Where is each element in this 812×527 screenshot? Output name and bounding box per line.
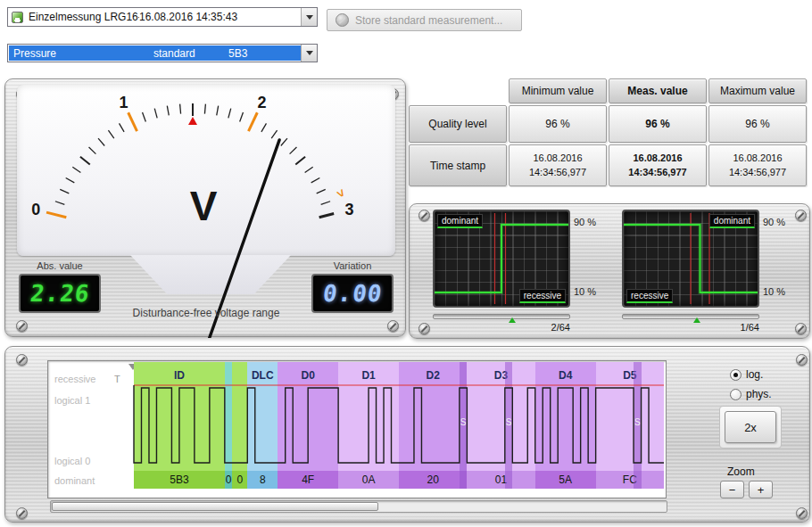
threshold-high-label: 90 % <box>574 217 611 227</box>
zoom-2x-button[interactable]: 2x <box>725 411 776 443</box>
screw-icon <box>16 507 28 519</box>
slider-marker-icon[interactable] <box>693 317 700 323</box>
recessive-chip: recessive <box>626 289 673 303</box>
quality-meas: 96 % <box>609 105 707 143</box>
frame-bands: ID5B300DLC8D04FD10AD220D301D45AD5FCSSS <box>134 362 664 489</box>
screw-icon <box>16 354 28 366</box>
signal-plot: recessive logical 1 logical 0 dominant T… <box>47 360 667 498</box>
timestamp-min: 16.08.2016 14:34:56,977 <box>509 144 607 186</box>
zoom-in-button[interactable]: + <box>749 481 773 498</box>
abs-value-label: Abs. value <box>19 260 101 271</box>
screw-icon <box>387 320 399 332</box>
signal-id: 5B3 <box>228 47 247 60</box>
radio-log[interactable]: log. <box>730 368 763 381</box>
radio-log-icon[interactable] <box>730 369 742 381</box>
meter-face <box>17 85 395 256</box>
measurement-combo-label: Einzelmessung LRG16-... <box>29 11 139 23</box>
screw-icon <box>795 323 807 334</box>
frame-band: D220 <box>399 362 467 489</box>
signal-name: Pressure <box>13 47 56 60</box>
voltmeter-panel: 0123>V Abs. value 2.26 Disturbance-free … <box>4 78 406 337</box>
screw-icon <box>796 507 808 519</box>
frame-band: D301 <box>467 362 534 489</box>
chevron-down-icon[interactable] <box>301 45 317 62</box>
frame-band: ID5B3 <box>134 362 225 489</box>
radio-phys-label: phys. <box>746 388 772 400</box>
row-label-timestamp: Time stamp <box>409 144 507 186</box>
store-icon <box>336 13 349 27</box>
sample-fraction: 1/64 <box>708 322 759 333</box>
timestamp-meas: 16.08.2016 14:34:56,977 <box>609 144 707 186</box>
recessive-chip: recessive <box>519 289 566 303</box>
stats-table: Minimum value Meas. value Maximum value … <box>409 78 808 186</box>
col-header-maximum: Maximum value <box>708 78 807 103</box>
trigger-label: T <box>114 374 120 384</box>
frame-band: D45A <box>535 362 596 489</box>
quality-min: 96 % <box>509 105 607 143</box>
timestamp-max: 16.08.2016 14:34:56,977 <box>708 144 807 186</box>
meter-caption: Disturbance-free voltage range <box>104 307 309 319</box>
dominant-chip: dominant <box>437 214 483 228</box>
scrollbar-thumb[interactable] <box>52 502 378 511</box>
store-standard-button[interactable]: Store standard measurement... <box>327 9 522 31</box>
signal-type: standard <box>153 47 195 60</box>
abs-value-display: 2.26 <box>19 274 101 313</box>
zoom-out-button[interactable]: − <box>720 481 744 498</box>
row-label-quality: Quality level <box>409 105 507 143</box>
radio-log-label: log. <box>746 368 763 381</box>
frame-band: 0 <box>232 362 247 489</box>
screw-icon <box>796 354 808 366</box>
threshold-high-label: 90 % <box>763 217 800 227</box>
radio-phys[interactable]: phys. <box>730 388 772 400</box>
rising-edge-scope: dominant recessive <box>433 210 570 308</box>
signal-combo-selection: Pressure standard 5B3 <box>9 45 301 61</box>
dominant-chip: dominant <box>709 214 755 228</box>
zoom-label: Zoom <box>727 465 755 478</box>
measurement-icon <box>12 12 23 23</box>
threshold-low-label: 10 % <box>763 286 800 297</box>
frame-band: D5FC <box>596 362 664 489</box>
threshold-low-label: 10 % <box>574 286 611 297</box>
measurement-combo[interactable]: Einzelmessung LRG16-... 16.08.2016 14:35… <box>7 7 318 27</box>
level-label-logical1: logical 1 <box>54 395 90 406</box>
frame-band: D04F <box>278 362 338 489</box>
frame-band: DLC8 <box>247 362 278 489</box>
level-label-logical0: logical 0 <box>54 456 90 466</box>
horizontal-scrollbar[interactable] <box>50 500 667 513</box>
screw-icon <box>418 210 430 221</box>
stuff-bit: S <box>460 362 467 489</box>
store-button-label: Store standard measurement... <box>355 14 502 27</box>
frame-viewer-panel: recessive logical 1 logical 0 dominant T… <box>4 346 810 523</box>
falling-edge-scope: dominant recessive <box>622 210 759 308</box>
measurement-combo-timestamp: 16.08.2016 14:35:43 <box>139 11 237 23</box>
chevron-down-icon[interactable] <box>301 8 317 26</box>
variation-label: Variation <box>311 260 394 271</box>
frame-band: 0 <box>225 362 232 489</box>
radio-phys-icon[interactable] <box>730 389 742 400</box>
quality-max: 96 % <box>708 105 807 143</box>
col-header-meas: Meas. value <box>609 78 707 103</box>
stuff-bit: S <box>505 362 512 489</box>
screw-icon <box>16 320 28 332</box>
level-label-recessive: recessive <box>54 374 95 384</box>
signal-combo[interactable]: Pressure standard 5B3 <box>7 44 318 62</box>
slider-marker-icon[interactable] <box>509 317 516 323</box>
edge-scope-panel: dominant recessive 90 % 10 % 2/64 domina… <box>409 203 810 339</box>
variation-display: 0.00 <box>311 274 394 313</box>
frame-band: D10A <box>338 362 399 489</box>
meter-notch <box>130 255 291 294</box>
col-header-minimum: Minimum value <box>509 78 607 103</box>
screw-icon <box>418 323 430 334</box>
sample-fraction: 2/64 <box>518 322 570 333</box>
level-label-dominant: dominant <box>54 475 95 486</box>
stuff-bit: S <box>634 362 641 489</box>
